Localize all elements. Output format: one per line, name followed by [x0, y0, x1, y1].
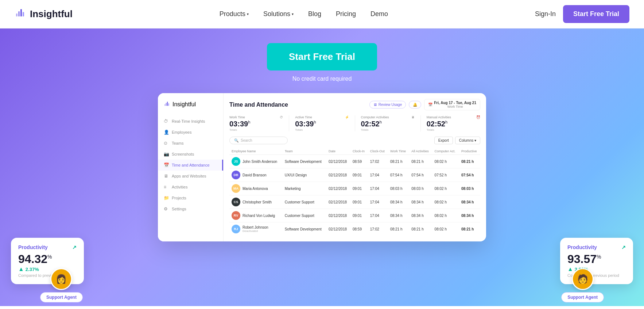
sidebar-item-realtime[interactable]: ⏱ Real-Time Insights — [158, 116, 223, 127]
svg-rect-5 — [166, 103, 167, 106]
employees-icon: 👤 — [164, 130, 169, 135]
col-compact: Computer Act. — [432, 148, 459, 155]
monitor-icon: 🖥 — [373, 103, 377, 107]
stat-divider — [289, 115, 289, 131]
stats-row: Work Time ⏱ 03:39h Totals Active Time ⚡ — [229, 115, 480, 131]
bell-button[interactable]: 🔔 — [409, 101, 421, 108]
svg-rect-1 — [18, 11, 20, 16]
table-row: CS Christopher Smith Customer Support 02… — [229, 195, 480, 209]
attendance-icon: 📅 — [164, 163, 169, 168]
stat-work-time: Work Time ⏱ 03:39h Totals — [229, 115, 283, 131]
sidebar-item-employees[interactable]: 👤 Employees — [158, 127, 223, 138]
sidebar-item-activities[interactable]: ≡ Activities — [158, 182, 223, 192]
columns-button[interactable]: Columns ▾ — [455, 137, 480, 144]
support-agent-left: 👩 Support Agent — [40, 268, 83, 302]
page-title: Time and Attendance — [229, 102, 288, 108]
col-productive: Productive — [459, 148, 480, 155]
svg-rect-2 — [20, 9, 22, 16]
support-agent-button-right[interactable]: Support Agent — [561, 292, 604, 302]
hero-section: Start Free Trial No credit card required… — [0, 28, 644, 306]
nav-solutions[interactable]: Solutions ▾ — [263, 10, 294, 18]
trend-up-icon-left: ↗ — [72, 244, 77, 250]
date-range-button[interactable]: 📅 Fri, Aug 17 - Tue, Aug 21 Work Time — [424, 99, 480, 110]
nav-links: Products ▾ Solutions ▾ Blog Pricing Demo — [220, 10, 388, 18]
stat-divider — [355, 115, 355, 131]
search-row: 🔍 Search Export Columns ▾ — [229, 137, 480, 144]
nav-blog[interactable]: Blog — [308, 10, 321, 18]
nav-demo[interactable]: Demo — [371, 10, 388, 18]
demo-card: Insightful ⏱ Real-Time Insights 👤 Employ… — [158, 93, 486, 241]
agent-avatar-right: 🧑 — [572, 268, 594, 290]
export-button[interactable]: Export — [434, 137, 453, 144]
stat-manual-activities: Manual Activities ⏰ 02:52h Totals — [427, 115, 480, 131]
col-date: Date — [326, 148, 350, 155]
start-free-trial-button-hero[interactable]: Start Free Trial — [267, 43, 377, 70]
arrow-up-icon-left: ▲ — [18, 266, 24, 272]
logo-text: Insightful — [30, 8, 73, 20]
support-agent-button-left[interactable]: Support Agent — [40, 292, 83, 302]
col-employee: Employee Name — [229, 148, 283, 155]
table-row: JS John Smith Anderson Software Developm… — [229, 155, 480, 168]
col-allact: All Activities — [409, 148, 432, 155]
stat-divider — [420, 115, 421, 131]
sidebar-item-time-attendance[interactable]: 📅 Time and Attendance — [158, 160, 223, 171]
calendar-icon: 📅 — [428, 103, 432, 107]
nav-actions: Sign-In Start Free Trial — [535, 5, 629, 23]
review-usage-button[interactable]: 🖥 Review Usage — [369, 101, 406, 108]
col-worktime: Work Time — [388, 148, 409, 155]
col-clockin: Clock-In — [350, 148, 368, 155]
main-header: Time and Attendance 🖥 Review Usage 🔔 📅 F… — [229, 99, 480, 110]
trend-up-icon-right: ↗ — [621, 244, 626, 250]
filter-icon: ▾ — [474, 138, 476, 142]
monitor-icon: 🖥 — [411, 115, 415, 119]
clock-icon: ⏱ — [280, 115, 283, 119]
svg-rect-3 — [23, 12, 24, 16]
apps-icon: 🖥 — [164, 173, 169, 179]
navbar: Insightful Products ▾ Solutions ▾ Blog P… — [0, 0, 644, 28]
svg-rect-7 — [168, 103, 169, 106]
sidebar-item-projects[interactable]: 📁 Projects — [158, 192, 223, 203]
main-content: Time and Attendance 🖥 Review Usage 🔔 📅 F… — [224, 93, 486, 241]
nav-products[interactable]: Products ▾ — [220, 10, 249, 18]
no-credit-card-text: No credit card required — [292, 76, 352, 82]
sidebar-item-screenshots[interactable]: 📷 Screenshots — [158, 149, 223, 160]
settings-icon: ⚙ — [164, 206, 169, 211]
search-input[interactable]: 🔍 Search — [229, 137, 288, 144]
sidebar-logo: Insightful — [158, 100, 223, 116]
nav-logo: Insightful — [15, 7, 73, 21]
svg-rect-6 — [167, 102, 168, 106]
table-row: RJ Robert Johnson Deactivated Software D… — [229, 222, 480, 236]
sidebar: Insightful ⏱ Real-Time Insights 👤 Employ… — [158, 93, 224, 241]
svg-rect-4 — [164, 104, 165, 106]
agent-avatar-left: 👩 — [50, 268, 72, 290]
sidebar-item-teams[interactable]: ⊙ Teams — [158, 138, 223, 149]
col-team: Team — [283, 148, 326, 155]
col-clockout: Clock-Out — [368, 148, 388, 155]
data-table: Employee Name Team Date Clock-In Clock-O… — [229, 148, 480, 236]
stat-computer-activities: Computer Activities 🖥 02:52h Totals — [361, 115, 415, 131]
table-row: DB David Branson UX/UI Design 02/12/2018… — [229, 168, 480, 182]
timer-icon: ⏰ — [476, 115, 480, 119]
nav-pricing[interactable]: Pricing — [336, 10, 356, 18]
sidebar-item-settings[interactable]: ⚙ Settings — [158, 203, 223, 214]
table-actions: Export Columns ▾ — [434, 137, 480, 144]
chevron-down-icon: ▾ — [292, 12, 294, 16]
sidebar-logo-icon — [164, 100, 170, 108]
bell-icon: 🔔 — [413, 103, 417, 107]
start-free-trial-button-nav[interactable]: Start Free Trial — [563, 5, 629, 23]
logo-icon — [15, 7, 26, 21]
sidebar-logo-text: Insightful — [172, 101, 196, 108]
sidebar-item-apps[interactable]: 🖥 Apps and Websites — [158, 171, 223, 182]
table-row: MA Maria Antonova Marketing 02/12/2018 0… — [229, 182, 480, 195]
sign-in-link[interactable]: Sign-In — [535, 10, 556, 18]
realtime-icon: ⏱ — [164, 119, 169, 124]
teams-icon: ⊙ — [164, 141, 169, 146]
support-agent-right: 🧑 Support Agent — [561, 268, 604, 302]
screenshots-icon: 📷 — [164, 152, 169, 157]
header-actions: 🖥 Review Usage 🔔 📅 Fri, Aug 17 - Tue, Au… — [369, 99, 480, 110]
search-icon: 🔍 — [234, 138, 238, 142]
projects-icon: 📁 — [164, 195, 169, 201]
lightning-icon: ⚡ — [345, 115, 349, 119]
svg-rect-0 — [16, 14, 18, 16]
table-row: RV Richard Von Ludwig Customer Support 0… — [229, 209, 480, 222]
